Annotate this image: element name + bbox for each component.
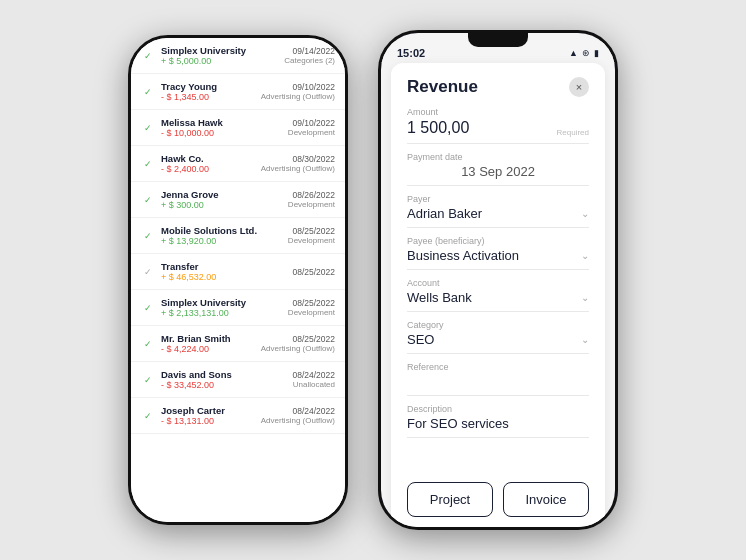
right-screen: 15:02 ▲ ⊛ ▮ Revenue × Amount 1 500,00 Re… bbox=[381, 33, 615, 527]
payee-field: Payee (beneficiary) Business Activation … bbox=[407, 236, 589, 270]
tx-date: 09/14/2022 bbox=[284, 46, 335, 56]
tx-amount: + $ 2,133,131.00 bbox=[161, 308, 282, 318]
payer-chevron-icon: ⌄ bbox=[581, 208, 589, 219]
tx-date: 08/26/2022 bbox=[288, 190, 335, 200]
payee-row[interactable]: Business Activation ⌄ bbox=[407, 248, 589, 263]
account-field: Account Wells Bank ⌄ bbox=[407, 278, 589, 312]
category-field: Category SEO ⌄ bbox=[407, 320, 589, 354]
amount-field: Amount 1 500,00 Required bbox=[407, 107, 589, 144]
transaction-item[interactable]: ✓Davis and Sons- $ 33,452.0008/24/2022Un… bbox=[131, 362, 345, 398]
tx-right: 09/10/2022Development bbox=[288, 118, 335, 137]
tx-amount: - $ 10,000.00 bbox=[161, 128, 282, 138]
status-icons: ▲ ⊛ ▮ bbox=[569, 48, 599, 58]
tx-category: Advertising (Outflow) bbox=[261, 92, 335, 101]
payer-value: Adrian Baker bbox=[407, 206, 482, 221]
transaction-item[interactable]: ✓Tracy Young- $ 1,345.0009/10/2022Advert… bbox=[131, 74, 345, 110]
reference-value[interactable] bbox=[407, 374, 589, 389]
tx-body: Hawk Co.- $ 2,400.00 bbox=[161, 153, 255, 174]
battery-icon: ▮ bbox=[594, 48, 599, 58]
invoice-button[interactable]: Invoice bbox=[503, 482, 589, 517]
tx-right: 08/25/2022 bbox=[292, 267, 335, 277]
tx-category: Development bbox=[288, 236, 335, 245]
tx-date: 09/10/2022 bbox=[261, 82, 335, 92]
tx-body: Simplex University+ $ 2,133,131.00 bbox=[161, 297, 282, 318]
payment-date-label: Payment date bbox=[407, 152, 589, 162]
tx-right: 08/24/2022Unallocated bbox=[292, 370, 335, 389]
check-icon: ✓ bbox=[141, 267, 155, 277]
tx-category: Unallocated bbox=[292, 380, 335, 389]
modal-header: Revenue × bbox=[407, 77, 589, 97]
tx-name: Mr. Brian Smith bbox=[161, 333, 255, 344]
tx-category: Categories (2) bbox=[284, 56, 335, 65]
payer-row[interactable]: Adrian Baker ⌄ bbox=[407, 206, 589, 221]
signal-icon: ▲ bbox=[569, 48, 578, 58]
amount-value: 1 500,00 bbox=[407, 119, 469, 137]
check-icon: ✓ bbox=[141, 51, 155, 61]
left-phone: ✓Simplex University+ $ 5,000.0009/14/202… bbox=[128, 35, 348, 525]
amount-label: Amount bbox=[407, 107, 589, 117]
tx-body: Tracy Young- $ 1,345.00 bbox=[161, 81, 255, 102]
check-icon: ✓ bbox=[141, 159, 155, 169]
check-icon: ✓ bbox=[141, 87, 155, 97]
tx-category: Development bbox=[288, 128, 335, 137]
required-badge: Required bbox=[557, 128, 589, 137]
tx-body: Mobile Solutions Ltd.+ $ 13,920.00 bbox=[161, 225, 282, 246]
check-icon: ✓ bbox=[141, 411, 155, 421]
transaction-list: ✓Simplex University+ $ 5,000.0009/14/202… bbox=[131, 38, 345, 522]
tx-right: 08/25/2022Development bbox=[288, 226, 335, 245]
check-icon: ✓ bbox=[141, 123, 155, 133]
transaction-item[interactable]: ✓Hawk Co.- $ 2,400.0008/30/2022Advertisi… bbox=[131, 146, 345, 182]
transaction-item[interactable]: ✓Joseph Carter- $ 13,131.0008/24/2022Adv… bbox=[131, 398, 345, 434]
check-icon: ✓ bbox=[141, 339, 155, 349]
modal-footer: Project Invoice bbox=[407, 472, 589, 517]
tx-right: 08/25/2022Advertising (Outflow) bbox=[261, 334, 335, 353]
tx-amount: - $ 13,131.00 bbox=[161, 416, 255, 426]
account-chevron-icon: ⌄ bbox=[581, 292, 589, 303]
tx-category: Advertising (Outflow) bbox=[261, 164, 335, 173]
right-phone: 15:02 ▲ ⊛ ▮ Revenue × Amount 1 500,00 Re… bbox=[378, 30, 618, 530]
check-icon: ✓ bbox=[141, 375, 155, 385]
transaction-item[interactable]: ✓Jenna Grove+ $ 300.0008/26/2022Developm… bbox=[131, 182, 345, 218]
transaction-item[interactable]: ✓Mobile Solutions Ltd.+ $ 13,920.0008/25… bbox=[131, 218, 345, 254]
account-row[interactable]: Wells Bank ⌄ bbox=[407, 290, 589, 305]
transaction-item[interactable]: ✓Simplex University+ $ 5,000.0009/14/202… bbox=[131, 38, 345, 74]
tx-body: Mr. Brian Smith- $ 4,224.00 bbox=[161, 333, 255, 354]
tx-amount: - $ 4,224.00 bbox=[161, 344, 255, 354]
transaction-item[interactable]: ✓Transfer+ $ 46,532.0008/25/2022 bbox=[131, 254, 345, 290]
check-icon: ✓ bbox=[141, 303, 155, 313]
tx-name: Joseph Carter bbox=[161, 405, 255, 416]
tx-date: 08/24/2022 bbox=[292, 370, 335, 380]
transaction-item[interactable]: ✓Simplex University+ $ 2,133,131.0008/25… bbox=[131, 290, 345, 326]
project-button[interactable]: Project bbox=[407, 482, 493, 517]
tx-name: Transfer bbox=[161, 261, 286, 272]
modal-title: Revenue bbox=[407, 77, 478, 97]
tx-name: Jenna Grove bbox=[161, 189, 282, 200]
transaction-item[interactable]: ✓Mr. Brian Smith- $ 4,224.0008/25/2022Ad… bbox=[131, 326, 345, 362]
tx-right: 08/25/2022Development bbox=[288, 298, 335, 317]
tx-amount: + $ 300.00 bbox=[161, 200, 282, 210]
payment-date-field: Payment date 13 Sep 2022 bbox=[407, 152, 589, 186]
tx-name: Simplex University bbox=[161, 45, 278, 56]
tx-category: Development bbox=[288, 308, 335, 317]
status-time: 15:02 bbox=[397, 47, 425, 59]
account-label: Account bbox=[407, 278, 589, 288]
tx-amount: + $ 13,920.00 bbox=[161, 236, 282, 246]
tx-category: Development bbox=[288, 200, 335, 209]
left-screen: ✓Simplex University+ $ 5,000.0009/14/202… bbox=[131, 38, 345, 522]
tx-amount: - $ 1,345.00 bbox=[161, 92, 255, 102]
close-button[interactable]: × bbox=[569, 77, 589, 97]
payment-date-value: 13 Sep 2022 bbox=[407, 164, 589, 179]
tx-amount: - $ 33,452.00 bbox=[161, 380, 286, 390]
transaction-item[interactable]: ✓Melissa Hawk- $ 10,000.0009/10/2022Deve… bbox=[131, 110, 345, 146]
tx-name: Hawk Co. bbox=[161, 153, 255, 164]
category-value: SEO bbox=[407, 332, 434, 347]
tx-body: Simplex University+ $ 5,000.00 bbox=[161, 45, 278, 66]
category-row[interactable]: SEO ⌄ bbox=[407, 332, 589, 347]
tx-date: 08/25/2022 bbox=[261, 334, 335, 344]
tx-date: 08/25/2022 bbox=[292, 267, 335, 277]
account-value: Wells Bank bbox=[407, 290, 472, 305]
tx-category: Advertising (Outflow) bbox=[261, 416, 335, 425]
payee-value: Business Activation bbox=[407, 248, 519, 263]
tx-date: 09/10/2022 bbox=[288, 118, 335, 128]
reference-label: Reference bbox=[407, 362, 589, 372]
